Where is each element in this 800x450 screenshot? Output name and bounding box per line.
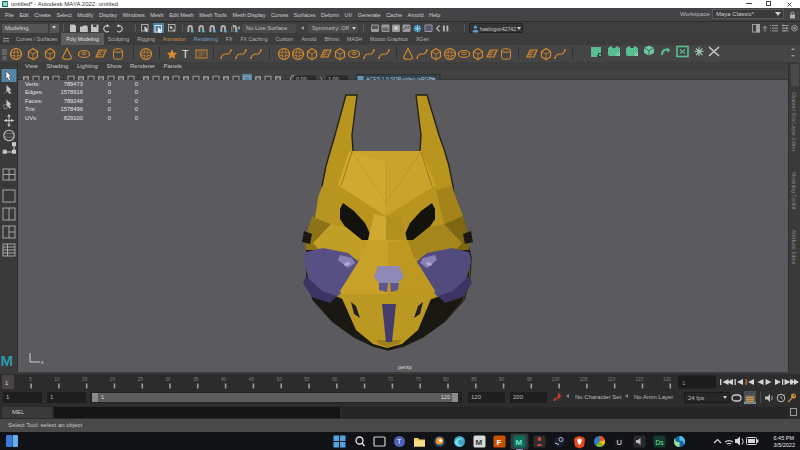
svg-text:30: 30 — [165, 377, 171, 382]
svg-text:95: 95 — [527, 377, 533, 382]
svg-text:55: 55 — [304, 377, 310, 382]
svg-text:25: 25 — [138, 377, 144, 382]
svg-text:5: 5 — [29, 377, 32, 382]
svg-text:M: M — [1, 352, 14, 369]
svg-text:100: 100 — [552, 377, 560, 382]
svg-text:x: x — [41, 359, 44, 365]
svg-text:10: 10 — [54, 377, 60, 382]
svg-text:3/5/2022: 3/5/2022 — [774, 442, 795, 448]
svg-text:F: F — [497, 438, 502, 447]
svg-text:45: 45 — [249, 377, 255, 382]
svg-text:20: 20 — [110, 377, 116, 382]
svg-text:110: 110 — [608, 377, 616, 382]
svg-text:80: 80 — [443, 377, 449, 382]
svg-text:15: 15 — [82, 377, 88, 382]
svg-text:T: T — [397, 438, 402, 445]
svg-text:105: 105 — [580, 377, 588, 382]
svg-text:70: 70 — [388, 377, 394, 382]
svg-text:T: T — [182, 48, 189, 60]
svg-text:U: U — [617, 438, 622, 447]
svg-text:50: 50 — [277, 377, 283, 382]
svg-text:90: 90 — [499, 377, 505, 382]
svg-text:M: M — [516, 438, 523, 447]
svg-text:40: 40 — [221, 377, 227, 382]
svg-text:75: 75 — [416, 377, 422, 382]
svg-text:60: 60 — [332, 377, 338, 382]
svg-text:115: 115 — [636, 377, 644, 382]
svg-text:35: 35 — [193, 377, 199, 382]
svg-text:65: 65 — [360, 377, 366, 382]
svg-text:120: 120 — [663, 377, 671, 382]
svg-text:85: 85 — [471, 377, 477, 382]
svg-text:6:45 PM: 6:45 PM — [774, 435, 795, 441]
svg-text:Ds: Ds — [656, 439, 665, 446]
svg-text:M: M — [476, 438, 483, 447]
